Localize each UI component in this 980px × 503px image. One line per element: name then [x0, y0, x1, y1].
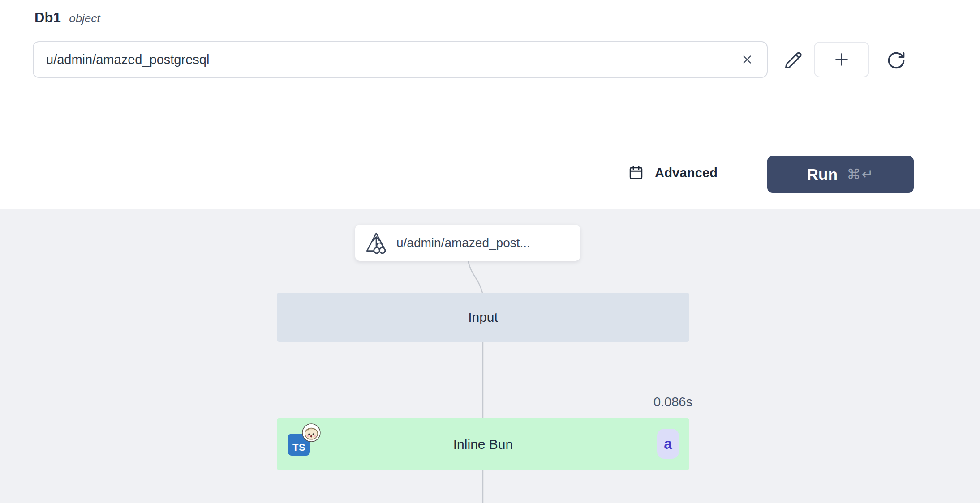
- plus-icon: [832, 50, 851, 69]
- run-shortcut-hint: ⌘↵: [847, 166, 874, 183]
- duration-label: 0.086s: [653, 395, 692, 409]
- input-node-label: Input: [468, 310, 498, 325]
- header-section: Db1 object u/admin/amazed_postgresql: [0, 0, 980, 209]
- advanced-label: Advanced: [655, 166, 718, 180]
- bun-logo-icon: [302, 423, 321, 442]
- typescript-icon-label: TS: [292, 442, 305, 453]
- resource-node[interactable]: u/admin/amazed_post...: [355, 225, 580, 261]
- clear-button[interactable]: [738, 51, 756, 68]
- x-icon: [740, 53, 754, 66]
- pyramid-icon: [364, 231, 388, 255]
- app-root: Db1 object u/admin/amazed_postgresql: [0, 0, 980, 503]
- field-name: Db1: [34, 10, 61, 26]
- inline-bun-node[interactable]: TS Inline Bun a: [277, 418, 689, 470]
- refresh-button[interactable]: [884, 48, 908, 72]
- resource-path-value: u/admin/amazed_postgresql: [46, 52, 738, 67]
- resource-node-label: u/admin/amazed_post...: [396, 236, 530, 250]
- calendar-icon: [628, 165, 644, 181]
- edit-button[interactable]: [780, 47, 806, 73]
- rotate-cw-icon: [886, 51, 906, 70]
- pencil-icon: [783, 51, 803, 70]
- node-id-badge: a: [657, 429, 679, 459]
- inline-bun-node-label: Inline Bun: [453, 437, 513, 452]
- add-resource-button[interactable]: [814, 42, 869, 77]
- field-label-row: Db1 object: [34, 10, 100, 26]
- input-node[interactable]: Input: [277, 293, 689, 342]
- resource-path-input[interactable]: u/admin/amazed_postgresql: [33, 41, 768, 78]
- node-id-badge-label: a: [664, 435, 672, 452]
- field-type: object: [69, 12, 100, 26]
- run-button[interactable]: Run ⌘↵: [767, 156, 914, 193]
- run-label: Run: [807, 166, 838, 183]
- advanced-button[interactable]: Advanced: [628, 158, 718, 188]
- flow-canvas: u/admin/amazed_post... Input 0.086s TS: [0, 209, 980, 503]
